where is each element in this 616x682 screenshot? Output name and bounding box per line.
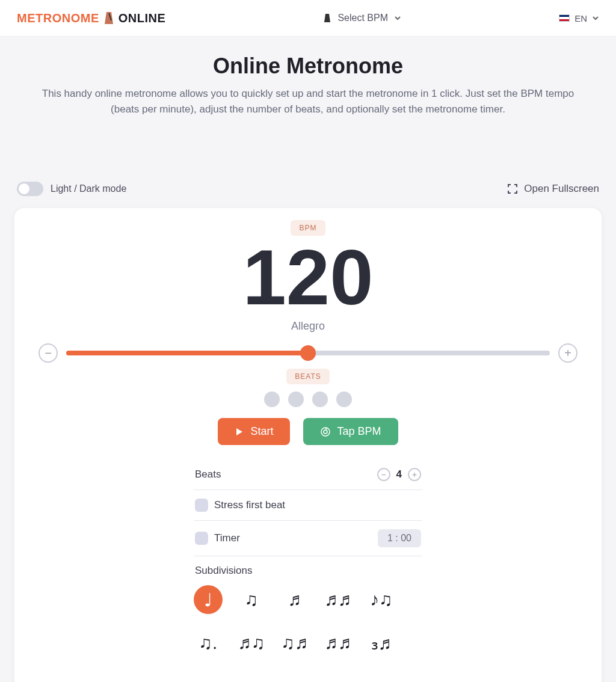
subdivisions-grid: ♩ ♫ ♬ ♬♬ ♪♫ ♫. ♬♫ ♫♬ ♬♬ ₃♬ ₃♬ <box>194 582 422 682</box>
fullscreen-button[interactable]: Open Fullscreen <box>507 183 599 195</box>
beat-dot <box>264 392 280 407</box>
hero: Online Metronome This handy online metro… <box>0 37 616 126</box>
subdivision-option[interactable]: ♬♫ <box>237 628 266 657</box>
svg-point-2 <box>324 430 327 434</box>
subdivision-option[interactable]: ♫ <box>237 585 266 614</box>
settings-panel: Beats − 4 + Stress first beat Timer 1 : … <box>194 459 422 682</box>
subdivision-option[interactable]: ♩ <box>194 585 223 614</box>
play-icon <box>235 427 244 437</box>
bpm-display[interactable]: 120 <box>38 238 578 316</box>
action-buttons: Start Tap BPM <box>38 418 578 445</box>
subdivision-option[interactable]: ♬ <box>280 585 309 614</box>
beat-dot <box>312 392 328 407</box>
tap-bpm-button[interactable]: Tap BPM <box>303 418 398 445</box>
beat-indicators <box>38 392 578 407</box>
metronome-small-icon <box>323 13 331 23</box>
header: METRONOME ONLINE Select BPM EN <box>0 0 616 37</box>
select-bpm-label: Select BPM <box>337 13 388 23</box>
beat-dot <box>336 392 352 407</box>
tap-label: Tap BPM <box>337 425 381 438</box>
mode-row: Light / Dark mode Open Fullscreen <box>0 174 616 203</box>
start-button[interactable]: Start <box>218 418 290 445</box>
bpm-slider-row: − + <box>38 343 578 363</box>
bpm-increase-button[interactable]: + <box>558 343 578 363</box>
logo-text-1: METRONOME <box>17 11 99 25</box>
stress-checkbox[interactable] <box>195 499 208 512</box>
page-title: Online Metronome <box>24 54 592 79</box>
beat-dot <box>288 392 304 407</box>
beats-setting: Beats − 4 + <box>194 459 422 490</box>
svg-point-1 <box>321 428 330 436</box>
timer-checkbox[interactable] <box>195 532 208 545</box>
language-selector[interactable]: EN <box>559 13 599 23</box>
page-description: This handy online metronome allows you t… <box>31 86 585 117</box>
metronome-icon <box>103 11 115 25</box>
flag-icon <box>559 14 570 22</box>
chevron-down-icon <box>394 14 401 22</box>
stress-label: Stress first beat <box>214 499 285 511</box>
subdivision-option[interactable]: ♫♬ <box>280 628 309 657</box>
fullscreen-label: Open Fullscreen <box>524 183 599 195</box>
bpm-decrease-button[interactable]: − <box>38 343 58 363</box>
beats-label: Beats <box>195 468 221 481</box>
chevron-down-icon <box>592 14 599 22</box>
subdivision-option[interactable]: ₃♬ <box>367 628 396 657</box>
subdivision-option[interactable]: ♬♬ <box>324 585 353 614</box>
slider-thumb[interactable] <box>300 345 316 361</box>
tap-icon <box>320 426 331 437</box>
subdivision-option[interactable]: ♫. <box>194 628 223 657</box>
subdivision-option[interactable]: ₃♬ <box>194 672 223 682</box>
subdivisions-label: Subdivisions <box>194 556 422 582</box>
beats-increase-button[interactable]: + <box>408 468 421 481</box>
beats-decrease-button[interactable]: − <box>377 468 390 481</box>
metronome-card: BPM 120 Allegro − + BEATS Start Tap BPM <box>14 208 602 682</box>
start-label: Start <box>250 425 273 438</box>
timer-setting: Timer 1 : 00 <box>194 521 422 556</box>
lang-code: EN <box>574 13 587 23</box>
bpm-slider[interactable] <box>66 351 550 355</box>
logo[interactable]: METRONOME ONLINE <box>17 11 165 25</box>
beats-badge: BEATS <box>286 369 329 384</box>
timer-input[interactable]: 1 : 00 <box>378 529 421 547</box>
tempo-name: Allegro <box>38 320 578 333</box>
dark-mode-label: Light / Dark mode <box>51 183 126 194</box>
select-bpm-dropdown[interactable]: Select BPM <box>323 13 401 23</box>
dark-mode-toggle[interactable] <box>17 182 43 196</box>
subdivision-option[interactable]: ♪♫ <box>367 585 396 614</box>
beats-value: 4 <box>396 468 402 481</box>
slider-fill <box>66 351 308 355</box>
fullscreen-icon <box>507 183 518 194</box>
logo-text-2: ONLINE <box>119 11 166 25</box>
beats-stepper: − 4 + <box>377 468 421 481</box>
timer-label: Timer <box>214 532 240 544</box>
subdivision-option[interactable]: ♬♬ <box>324 628 353 657</box>
stress-setting: Stress first beat <box>194 490 422 521</box>
